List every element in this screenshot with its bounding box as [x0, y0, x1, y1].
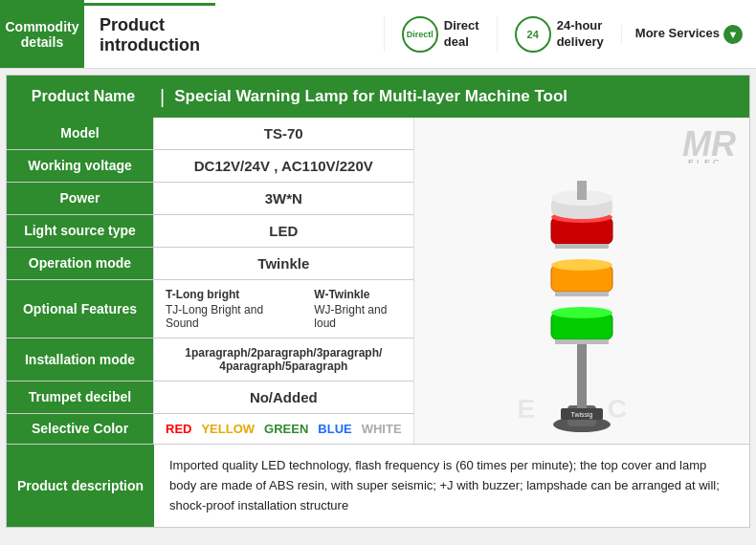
product-name-label: Product Name	[7, 88, 160, 105]
lamp-svg: Twissig	[524, 123, 639, 439]
description-value: Imported quality LED technology, flash f…	[154, 445, 749, 527]
table-row-installation: Installation mode 1paragraph/2paragraph/…	[7, 338, 413, 382]
more-services-arrow[interactable]: ▼	[723, 25, 743, 44]
24hour-icon: 24	[515, 16, 551, 53]
table-row-optional: Optional Features T-Long bright TJ-Long …	[7, 280, 413, 338]
header-left: Commodity details Product introduction	[0, 0, 215, 68]
table-row-voltage: Working voltage DC12V/24V , AC110V/220V	[7, 150, 413, 183]
operation-value: Twinkle	[154, 248, 413, 279]
color-green: GREEN	[264, 422, 308, 436]
svg-text:ELEC: ELEC	[688, 158, 723, 164]
header: Commodity details Product introduction D…	[0, 0, 756, 69]
svg-rect-7	[555, 339, 609, 344]
header-icons: Directl Directdeal 24 24-hourdelivery Mo…	[384, 16, 756, 53]
description-row: Product description Imported quality LED…	[7, 444, 749, 527]
opt-wj: WJ-Bright and loud	[314, 303, 401, 330]
table-row-color: Selective Color RED YELLOW GREEN BLUE WH…	[7, 414, 413, 444]
svg-rect-10	[555, 292, 609, 296]
table-row-operation: Operation mode Twinkle	[7, 248, 413, 280]
color-red: RED	[166, 422, 191, 436]
voltage-label: Working voltage	[7, 150, 154, 182]
installation-label: Installation mode	[7, 338, 154, 381]
background-watermark: E C	[518, 394, 646, 425]
direct-deal-icon: Directl	[402, 16, 438, 53]
model-label: Model	[7, 118, 154, 149]
direct-deal-item: Directl Directdeal	[384, 16, 497, 53]
left-table: Model TS-70 Working voltage DC12V/24V , …	[7, 118, 413, 444]
commodity-details: Commodity details	[0, 0, 84, 68]
description-label: Product description	[7, 445, 154, 527]
table-row-trumpet: Trumpet decibel No/Added	[7, 382, 413, 414]
commodity-details-text: Commodity details	[6, 19, 79, 50]
product-name-divider: |	[160, 86, 165, 108]
light-source-label: Light source type	[7, 215, 154, 247]
svg-point-9	[551, 259, 612, 271]
direct-deal-text: Directdeal	[444, 18, 479, 51]
product-intro: Product introduction	[84, 3, 215, 65]
voltage-value: DC12V/24V , AC110V/220V	[154, 150, 413, 182]
selective-value: RED YELLOW GREEN BLUE WHITE	[154, 414, 413, 444]
more-services-text: More Services	[635, 26, 720, 42]
intro-label: introduction	[100, 35, 200, 55]
svg-rect-13	[555, 244, 609, 249]
svg-point-6	[551, 307, 612, 318]
table-row-light-source: Light source type LED	[7, 215, 413, 248]
mr-logo-svg: MR ELEC	[680, 125, 742, 164]
optional-label: Optional Features	[7, 280, 154, 338]
power-value: 3W*N	[154, 183, 413, 214]
product-label: Product	[100, 15, 200, 35]
selective-label: Selective Color	[7, 414, 154, 444]
more-services-item[interactable]: More Services ▼	[621, 25, 756, 44]
light-source-value: LED	[154, 215, 413, 247]
optional-value: T-Long bright TJ-Long Bright and Sound W…	[154, 280, 413, 338]
model-value: TS-70	[154, 118, 413, 149]
24hour-text: 24-hourdelivery	[557, 18, 604, 51]
table-row-model: Model TS-70	[7, 118, 413, 150]
product-name-row: Product Name | Special Warning Lamp for …	[7, 76, 749, 118]
table-area: Model TS-70 Working voltage DC12V/24V , …	[7, 118, 749, 444]
installation-value: 1paragraph/2paragraph/3paragraph/4paragr…	[154, 338, 413, 381]
color-yellow: YELLOW	[201, 422, 255, 436]
product-name-value: Special Warning Lamp for Multi-layer Mac…	[174, 87, 567, 106]
trumpet-label: Trumpet decibel	[7, 382, 154, 413]
opt-w: W-Twinkle	[314, 288, 401, 301]
24hour-item: 24 24-hourdelivery	[497, 16, 621, 53]
color-white: WHITE	[362, 422, 402, 436]
main-content: Product Name | Special Warning Lamp for …	[6, 75, 750, 528]
power-label: Power	[7, 183, 154, 214]
opt-tj: TJ-Long Bright and Sound	[166, 303, 285, 330]
trumpet-value: No/Added	[154, 382, 413, 413]
product-image: MR ELEC	[413, 118, 749, 444]
table-row-power: Power 3W*N	[7, 183, 413, 215]
operation-label: Operation mode	[7, 248, 154, 279]
opt-t: T-Long bright	[166, 288, 285, 301]
mr-logo: MR ELEC	[680, 125, 742, 167]
color-blue: BLUE	[318, 422, 351, 436]
svg-rect-17	[577, 181, 587, 200]
